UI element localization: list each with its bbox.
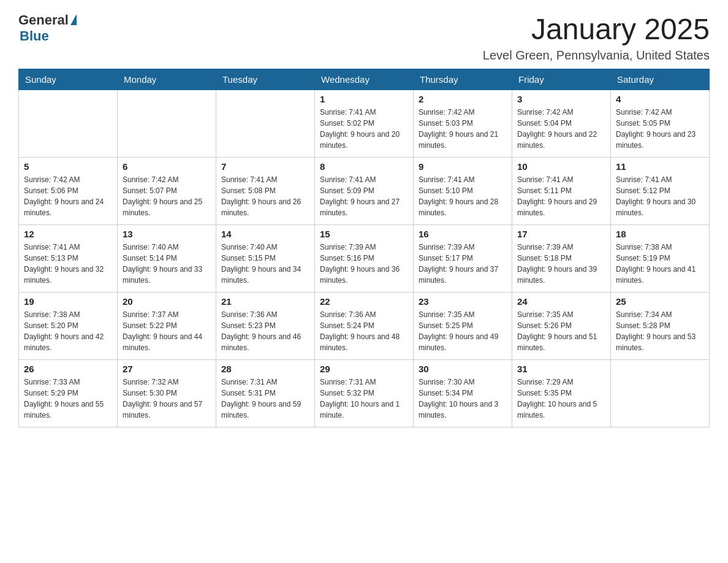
logo-triangle-icon <box>70 14 77 25</box>
calendar-cell: 3Sunrise: 7:42 AMSunset: 5:04 PMDaylight… <box>512 90 611 158</box>
calendar-cell: 2Sunrise: 7:42 AMSunset: 5:03 PMDaylight… <box>414 90 512 158</box>
calendar-week-row: 1Sunrise: 7:41 AMSunset: 5:02 PMDaylight… <box>19 90 710 158</box>
calendar-cell: 28Sunrise: 7:31 AMSunset: 5:31 PMDayligh… <box>216 360 315 427</box>
calendar-cell: 26Sunrise: 7:33 AMSunset: 5:29 PMDayligh… <box>19 360 118 427</box>
day-info: Sunrise: 7:41 AMSunset: 5:09 PMDaylight:… <box>320 174 408 218</box>
day-info: Sunrise: 7:41 AMSunset: 5:10 PMDaylight:… <box>419 174 507 218</box>
day-info: Sunrise: 7:34 AMSunset: 5:28 PMDaylight:… <box>616 309 704 353</box>
day-info: Sunrise: 7:35 AMSunset: 5:25 PMDaylight:… <box>419 309 507 353</box>
day-number: 12 <box>24 229 112 239</box>
day-number: 14 <box>221 229 309 239</box>
calendar-cell: 12Sunrise: 7:41 AMSunset: 5:13 PMDayligh… <box>19 225 118 293</box>
day-number: 30 <box>419 364 507 374</box>
logo-general-text: General <box>18 12 69 28</box>
day-info: Sunrise: 7:40 AMSunset: 5:15 PMDaylight:… <box>221 242 309 286</box>
day-number: 21 <box>221 296 309 307</box>
day-info: Sunrise: 7:38 AMSunset: 5:19 PMDaylight:… <box>616 242 704 286</box>
weekday-header-monday: Monday <box>118 69 216 90</box>
page-header: General Blue January 2025 Level Green, P… <box>18 12 710 63</box>
day-info: Sunrise: 7:31 AMSunset: 5:32 PMDaylight:… <box>320 377 408 421</box>
day-info: Sunrise: 7:42 AMSunset: 5:06 PMDaylight:… <box>24 174 112 218</box>
day-number: 11 <box>616 161 704 172</box>
day-number: 15 <box>320 229 408 239</box>
day-info: Sunrise: 7:36 AMSunset: 5:23 PMDaylight:… <box>221 309 309 353</box>
day-number: 8 <box>320 161 408 172</box>
day-number: 23 <box>419 296 507 307</box>
calendar-week-row: 19Sunrise: 7:38 AMSunset: 5:20 PMDayligh… <box>19 293 710 360</box>
calendar-cell: 27Sunrise: 7:32 AMSunset: 5:30 PMDayligh… <box>118 360 216 427</box>
calendar-week-row: 26Sunrise: 7:33 AMSunset: 5:29 PMDayligh… <box>19 360 710 427</box>
day-number: 13 <box>123 229 211 239</box>
calendar-cell: 16Sunrise: 7:39 AMSunset: 5:17 PMDayligh… <box>414 225 512 293</box>
calendar-cell: 22Sunrise: 7:36 AMSunset: 5:24 PMDayligh… <box>315 293 414 360</box>
calendar-cell: 29Sunrise: 7:31 AMSunset: 5:32 PMDayligh… <box>315 360 414 427</box>
calendar-cell <box>118 90 216 158</box>
calendar-table: SundayMondayTuesdayWednesdayThursdayFrid… <box>18 69 710 427</box>
day-number: 5 <box>24 161 112 172</box>
weekday-header-saturday: Saturday <box>611 69 710 90</box>
day-info: Sunrise: 7:33 AMSunset: 5:29 PMDaylight:… <box>24 377 112 421</box>
calendar-cell: 9Sunrise: 7:41 AMSunset: 5:10 PMDaylight… <box>414 158 512 225</box>
day-number: 28 <box>221 364 309 374</box>
day-number: 2 <box>419 94 507 104</box>
day-number: 9 <box>419 161 507 172</box>
calendar-cell <box>216 90 315 158</box>
calendar-cell: 5Sunrise: 7:42 AMSunset: 5:06 PMDaylight… <box>19 158 118 225</box>
day-info: Sunrise: 7:35 AMSunset: 5:26 PMDaylight:… <box>517 309 605 353</box>
day-info: Sunrise: 7:41 AMSunset: 5:02 PMDaylight:… <box>320 107 408 151</box>
day-number: 27 <box>123 364 211 374</box>
day-info: Sunrise: 7:40 AMSunset: 5:14 PMDaylight:… <box>123 242 211 286</box>
day-info: Sunrise: 7:41 AMSunset: 5:12 PMDaylight:… <box>616 174 704 218</box>
day-info: Sunrise: 7:41 AMSunset: 5:08 PMDaylight:… <box>221 174 309 218</box>
day-number: 4 <box>616 94 704 104</box>
calendar-header-row: SundayMondayTuesdayWednesdayThursdayFrid… <box>19 69 710 90</box>
day-number: 29 <box>320 364 408 374</box>
logo: General Blue <box>18 12 77 44</box>
day-number: 7 <box>221 161 309 172</box>
day-number: 22 <box>320 296 408 307</box>
day-number: 19 <box>24 296 112 307</box>
day-info: Sunrise: 7:39 AMSunset: 5:17 PMDaylight:… <box>419 242 507 286</box>
day-info: Sunrise: 7:42 AMSunset: 5:07 PMDaylight:… <box>123 174 211 218</box>
weekday-header-thursday: Thursday <box>414 69 512 90</box>
calendar-cell <box>19 90 118 158</box>
calendar-cell: 6Sunrise: 7:42 AMSunset: 5:07 PMDaylight… <box>118 158 216 225</box>
calendar-week-row: 12Sunrise: 7:41 AMSunset: 5:13 PMDayligh… <box>19 225 710 293</box>
day-info: Sunrise: 7:41 AMSunset: 5:13 PMDaylight:… <box>24 242 112 286</box>
calendar-cell: 7Sunrise: 7:41 AMSunset: 5:08 PMDaylight… <box>216 158 315 225</box>
day-number: 17 <box>517 229 605 239</box>
day-info: Sunrise: 7:31 AMSunset: 5:31 PMDaylight:… <box>221 377 309 421</box>
day-number: 20 <box>123 296 211 307</box>
day-info: Sunrise: 7:39 AMSunset: 5:16 PMDaylight:… <box>320 242 408 286</box>
calendar-cell: 24Sunrise: 7:35 AMSunset: 5:26 PMDayligh… <box>512 293 611 360</box>
day-info: Sunrise: 7:32 AMSunset: 5:30 PMDaylight:… <box>123 377 211 421</box>
calendar-cell: 20Sunrise: 7:37 AMSunset: 5:22 PMDayligh… <box>118 293 216 360</box>
calendar-cell: 4Sunrise: 7:42 AMSunset: 5:05 PMDaylight… <box>611 90 710 158</box>
day-number: 3 <box>517 94 605 104</box>
day-number: 26 <box>24 364 112 374</box>
calendar-cell: 8Sunrise: 7:41 AMSunset: 5:09 PMDaylight… <box>315 158 414 225</box>
calendar-cell: 21Sunrise: 7:36 AMSunset: 5:23 PMDayligh… <box>216 293 315 360</box>
day-info: Sunrise: 7:42 AMSunset: 5:05 PMDaylight:… <box>616 107 704 151</box>
calendar-cell <box>611 360 710 427</box>
day-number: 24 <box>517 296 605 307</box>
title-section: January 2025 Level Green, Pennsylvania, … <box>483 12 710 63</box>
weekday-header-sunday: Sunday <box>19 69 118 90</box>
logo-blue-text: Blue <box>20 28 49 44</box>
weekday-header-tuesday: Tuesday <box>216 69 315 90</box>
calendar-cell: 15Sunrise: 7:39 AMSunset: 5:16 PMDayligh… <box>315 225 414 293</box>
day-number: 10 <box>517 161 605 172</box>
calendar-cell: 10Sunrise: 7:41 AMSunset: 5:11 PMDayligh… <box>512 158 611 225</box>
day-info: Sunrise: 7:29 AMSunset: 5:35 PMDaylight:… <box>517 377 605 421</box>
calendar-cell: 17Sunrise: 7:39 AMSunset: 5:18 PMDayligh… <box>512 225 611 293</box>
calendar-cell: 19Sunrise: 7:38 AMSunset: 5:20 PMDayligh… <box>19 293 118 360</box>
day-number: 18 <box>616 229 704 239</box>
weekday-header-friday: Friday <box>512 69 611 90</box>
calendar-cell: 18Sunrise: 7:38 AMSunset: 5:19 PMDayligh… <box>611 225 710 293</box>
day-info: Sunrise: 7:30 AMSunset: 5:34 PMDaylight:… <box>419 377 507 421</box>
day-info: Sunrise: 7:42 AMSunset: 5:04 PMDaylight:… <box>517 107 605 151</box>
calendar-week-row: 5Sunrise: 7:42 AMSunset: 5:06 PMDaylight… <box>19 158 710 225</box>
day-number: 16 <box>419 229 507 239</box>
month-title: January 2025 <box>483 12 710 46</box>
day-info: Sunrise: 7:39 AMSunset: 5:18 PMDaylight:… <box>517 242 605 286</box>
